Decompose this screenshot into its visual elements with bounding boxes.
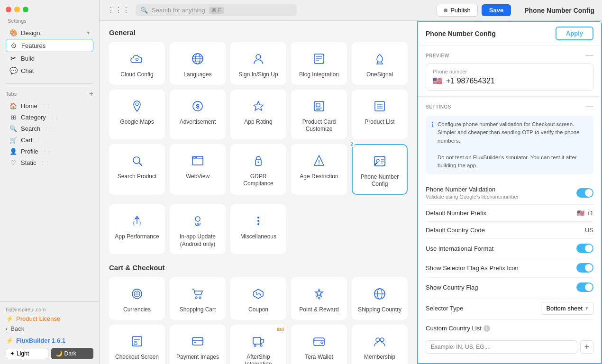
svg-point-67 [254, 345, 256, 346]
feature-coupon[interactable]: Coupon [230, 277, 286, 320]
feature-currencies[interactable]: Currencies [109, 277, 165, 320]
feature-shipping[interactable]: Shipping Country [352, 277, 408, 320]
default-prefix-name: Default Number Prefix [426, 209, 486, 217]
profile-tab-icon: 👤 [9, 147, 17, 155]
sidebar-item-chat[interactable]: 💬 Chat [6, 64, 93, 77]
feature-aftership[interactable]: Etd AfterShip Integration [230, 325, 286, 364]
phonenumber-label: Phone Number Config [356, 173, 403, 188]
feature-inappupdate[interactable]: In-app Update (Android only) [170, 204, 226, 254]
svg-point-32 [258, 161, 259, 163]
feature-membership[interactable]: Membership [352, 325, 408, 364]
shipping-icon [371, 285, 388, 302]
drag-handle-3[interactable]: ⋮⋮ [44, 126, 54, 131]
feature-googlemaps[interactable]: Google Maps [109, 90, 165, 139]
settings-collapse-button[interactable]: — [586, 102, 594, 111]
cloud-config-label: Cloud Config [120, 71, 153, 79]
maximize-button[interactable] [23, 7, 28, 12]
signin-label: Sign In/Sign Up [238, 71, 278, 79]
tab-static[interactable]: ♡ Static ⋮⋮ [6, 157, 93, 168]
feature-productlist[interactable]: Product List [352, 90, 408, 139]
selector-type-dropdown[interactable]: Bottom sheet ▾ [541, 302, 593, 315]
minimize-button[interactable] [14, 7, 20, 12]
feature-misc[interactable]: Miscellaneous [230, 204, 286, 254]
add-tab-button[interactable]: + [89, 90, 93, 98]
apply-button[interactable]: Apply [556, 27, 593, 40]
drag-handle-2[interactable]: ⋮⋮ [50, 115, 59, 120]
search-bar[interactable]: 🔍 Search for anything ⌘ F [136, 4, 297, 16]
shoppingcart-label: Shopping Cart [180, 306, 216, 314]
svg-point-44 [257, 220, 259, 222]
custom-country-info-icon[interactable]: i [483, 325, 490, 332]
feature-appperf[interactable]: App Performance [109, 204, 165, 254]
preview-text: PREVIEW [426, 53, 449, 58]
drag-handle[interactable]: ⋮⋮ [41, 103, 51, 109]
close-button[interactable] [6, 7, 11, 12]
tab-profile[interactable]: 👤 Profile ⋮⋮ [6, 146, 93, 157]
info-text-container: Configure phone number validation for Ch… [438, 120, 588, 170]
light-theme-button[interactable]: ✦ Light [6, 348, 48, 359]
drag-handle-4[interactable]: ⋮⋮ [36, 137, 46, 143]
payment-label: Payment Images [176, 354, 219, 361]
tab-profile-label: Profile [21, 148, 38, 155]
svg-point-72 [380, 338, 384, 342]
feature-shoppingcart[interactable]: Shopping Cart [170, 277, 226, 320]
aftership-label: AfterShip Integration [235, 354, 282, 364]
svg-point-12 [136, 103, 138, 106]
intl-format-toggle[interactable] [576, 244, 593, 253]
tab-home[interactable]: 🏠 Home ⋮⋮ [6, 100, 93, 111]
selector-flag-toggle[interactable] [576, 263, 593, 273]
apprating-icon [250, 98, 267, 115]
svg-line-25 [139, 163, 142, 165]
product-license-button[interactable]: ⚡ Product License [6, 315, 93, 322]
feature-phonenumber[interactable]: 2 Phone Number Config [352, 144, 408, 195]
main-content: ⋮⋮⋮ 🔍 Search for anything ⌘ F Publish Sa… [100, 0, 602, 364]
drag-handle-5[interactable]: ⋮⋮ [42, 149, 52, 154]
setting-country-code: Default Country Code US [426, 222, 593, 239]
feature-wallet[interactable]: Tera Wallet [291, 325, 347, 364]
tab-search-label: Search [21, 125, 40, 132]
dropdown-chevron-icon: ▾ [585, 305, 588, 311]
sidebar-item-build[interactable]: ✂ Build [6, 52, 93, 64]
save-button[interactable]: Save [482, 4, 511, 16]
sidebar-item-design[interactable]: 🎨 Design ▾ 1 [6, 27, 93, 39]
feature-gdpr[interactable]: GDPR Compliance [230, 144, 286, 195]
feature-cloud-config[interactable]: Cloud Config [109, 42, 165, 85]
custom-country-input[interactable] [426, 340, 577, 354]
inappupdate-icon [189, 212, 206, 229]
tab-search[interactable]: 🔍 Search ⋮⋮ [6, 123, 93, 134]
feature-signin[interactable]: Sign In/Sign Up [230, 42, 286, 85]
productlist-icon [371, 98, 388, 115]
feature-agerestriction[interactable]: Age Restriction [291, 144, 347, 195]
phone-validation-toggle[interactable] [576, 188, 593, 198]
feature-apprating[interactable]: App Rating [230, 90, 286, 139]
grid-icon[interactable]: ⋮⋮⋮ [107, 6, 130, 15]
feature-webview[interactable]: WebView [170, 144, 226, 195]
country-flag-toggle[interactable] [576, 282, 593, 292]
back-button[interactable]: ‹ Back [6, 325, 93, 332]
feature-blog[interactable]: Blog Integration [291, 42, 347, 85]
fluxbuilder-brand[interactable]: ⚡ FluxBuilder 1.6.1 [6, 337, 93, 344]
tab-cart-label: Cart [21, 136, 33, 144]
sidebar-item-features[interactable]: ⊙ Features [6, 39, 93, 52]
feature-languages[interactable]: Languages [170, 42, 226, 85]
feature-productcard[interactable]: Product Card Customize [291, 90, 347, 139]
productcard-label: Product Card Customize [295, 118, 343, 133]
dark-label: Dark [64, 350, 76, 357]
feature-payment[interactable]: Payment Images [170, 325, 226, 364]
feature-searchproduct[interactable]: Search Product [109, 144, 165, 195]
feature-onesignal[interactable]: OneSignal [352, 42, 408, 85]
feature-checkout[interactable]: Checkout Screen [109, 325, 165, 364]
add-country-button[interactable]: + [580, 340, 593, 354]
drag-handle-6[interactable]: ⋮⋮ [40, 160, 50, 165]
preview-collapse-button[interactable]: — [586, 51, 594, 60]
feature-reward[interactable]: Point & Reward [291, 277, 347, 320]
preview-phone-value: 🇺🇸 +1 987654321 [433, 76, 586, 85]
tab-cart[interactable]: 🛒 Cart ⋮⋮ [6, 134, 93, 146]
svg-point-49 [136, 293, 138, 295]
publish-button[interactable]: Publish [437, 4, 478, 17]
currencies-icon [128, 285, 146, 302]
feature-advertisement[interactable]: $ Advertisement [170, 90, 226, 139]
dark-theme-button[interactable]: 🌙 Dark [51, 348, 94, 359]
wallet-icon [310, 333, 328, 350]
tab-category[interactable]: ⊞ Category ⋮⋮ [6, 111, 93, 123]
